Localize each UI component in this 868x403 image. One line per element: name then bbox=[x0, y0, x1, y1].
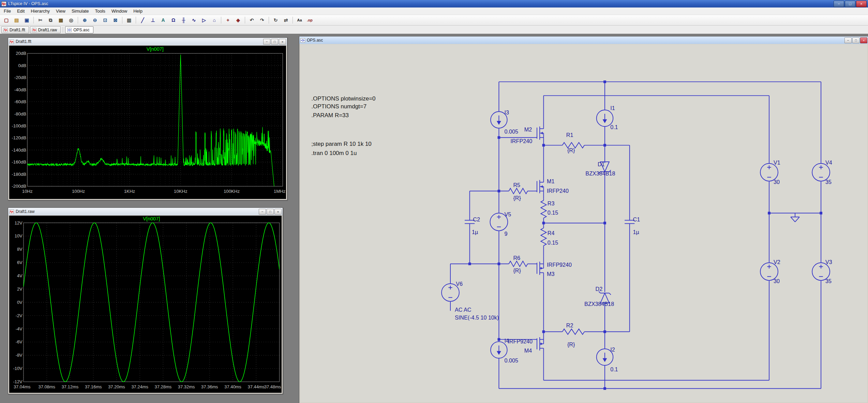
fft-chart[interactable]: 20dB0dB-20dB-40dB-60dB-80dB-100dB-120dB-… bbox=[9, 46, 286, 199]
fft-y-tick: 20dB bbox=[16, 51, 26, 56]
rotate-button[interactable]: ↻ bbox=[271, 16, 281, 25]
schematic-close-button[interactable]: × bbox=[860, 37, 867, 43]
toolbar-separator bbox=[293, 17, 293, 24]
spice-directive[interactable]: .OPTIONS plotwinsize=0 bbox=[311, 95, 375, 102]
minimize-button[interactable]: − bbox=[834, 1, 844, 7]
menu-window[interactable]: Window bbox=[108, 8, 130, 14]
print-button[interactable]: ▥ bbox=[124, 16, 134, 25]
component-label: IRFP9240 bbox=[547, 262, 572, 268]
diode-button[interactable]: ▷ bbox=[199, 16, 209, 25]
component-label: 0.005 bbox=[505, 357, 518, 363]
plot-tab-icon bbox=[3, 28, 8, 32]
menu-simulate[interactable]: Simulate bbox=[69, 8, 92, 14]
menu-file[interactable]: File bbox=[1, 8, 14, 14]
undo-button[interactable]: ↶ bbox=[247, 16, 257, 25]
schematic-drawing[interactable]: I30.005I10.1M2IRFP240R1{R}D1BZX384B18M1I… bbox=[300, 44, 867, 402]
component-label: M1 bbox=[547, 178, 554, 184]
fft-window-title: Draft1.fft bbox=[16, 39, 31, 44]
transient-chart[interactable]: 12V10V8V6V4V2V0V-2V-4V-6V-8V-10V-12V37.0… bbox=[9, 216, 282, 393]
fft-trace bbox=[27, 55, 283, 193]
fft-plot-area[interactable]: 20dB0dB-20dB-40dB-60dB-80dB-100dB-120dB-… bbox=[9, 46, 286, 199]
raw-window-titlebar[interactable]: Draft1.raw − □ × bbox=[8, 208, 283, 215]
fft-plot-window: Draft1.fft − □ × 20dB0dB-20dB-40dB-60dB-… bbox=[8, 37, 287, 200]
component-button[interactable]: ⌂ bbox=[209, 16, 219, 25]
raw-minimize-button[interactable]: − bbox=[259, 209, 266, 215]
find-button[interactable]: ◎ bbox=[66, 16, 76, 25]
component-label: M3 bbox=[547, 271, 554, 277]
schematic-window-titlebar[interactable]: OPS.asc − □ × bbox=[299, 36, 868, 44]
transient-y-tick: -6V bbox=[16, 339, 23, 344]
toolbar-separator bbox=[33, 17, 34, 24]
inductor-button[interactable]: ∿ bbox=[189, 16, 199, 25]
menu-hierarchy[interactable]: Hierarchy bbox=[28, 8, 53, 14]
component-label: {R} bbox=[567, 147, 575, 153]
raw-maximize-button[interactable]: □ bbox=[267, 209, 274, 215]
fft-minimize-button[interactable]: − bbox=[263, 39, 270, 45]
fft-close-button[interactable]: × bbox=[279, 39, 286, 45]
transient-x-tick: 37.48ms bbox=[264, 384, 281, 389]
schematic-minimize-button[interactable]: − bbox=[844, 37, 852, 43]
component-label: M2 bbox=[524, 126, 532, 133]
zoom-full-button[interactable]: ⊡ bbox=[100, 16, 110, 25]
transient-plot-area[interactable]: 12V10V8V6V4V2V0V-2V-4V-6V-8V-10V-12V37.0… bbox=[9, 216, 282, 393]
window-controls: − □ × bbox=[834, 1, 867, 7]
copy-button[interactable]: ⧉ bbox=[46, 16, 56, 25]
wire-button[interactable]: ╱ bbox=[138, 16, 148, 25]
transient-plot-window: Draft1.raw − □ × 12V10V8V6V4V2V0V-2V-4V-… bbox=[8, 207, 283, 394]
capacitor-button[interactable]: ╫ bbox=[179, 16, 189, 25]
component-label: V5 bbox=[505, 211, 511, 217]
drag-button[interactable]: ◈ bbox=[233, 16, 243, 25]
toolbar: ▢▤▣✂⧉▦◎⊕⊖⊡⊠▥╱⊥AΩ╫∿▷⌂+◈↶↷↻⇄Aa.op bbox=[0, 15, 868, 26]
zoom-in-button[interactable]: ⊕ bbox=[80, 16, 90, 25]
component-label: R6 bbox=[513, 255, 520, 261]
text-button[interactable]: Aa bbox=[295, 16, 304, 25]
new-schematic-button[interactable]: ▢ bbox=[1, 16, 11, 25]
component-label: V4 bbox=[825, 159, 832, 166]
spice-directive[interactable]: .tran 0 100m 0 1u bbox=[311, 150, 357, 156]
ground-button[interactable]: ⊥ bbox=[148, 16, 158, 25]
menu-edit[interactable]: Edit bbox=[14, 8, 28, 14]
tab-bar: Draft1.fft Draft1.raw OPS.asc bbox=[0, 26, 868, 34]
open-file-button[interactable]: ▤ bbox=[12, 16, 21, 25]
spice-directive[interactable]: .PARAM R=33 bbox=[311, 112, 349, 119]
save-button[interactable]: ▣ bbox=[22, 16, 32, 25]
maximize-button[interactable]: □ bbox=[845, 1, 855, 7]
tab-draft1-raw[interactable]: Draft1.raw bbox=[30, 26, 61, 33]
component-label: IRFP9240 bbox=[508, 338, 533, 344]
menu-bar: File Edit Hierarchy View Simulate Tools … bbox=[0, 7, 868, 15]
transient-y-tick: -10V bbox=[13, 366, 23, 371]
menu-tools[interactable]: Tools bbox=[92, 8, 108, 14]
spice-directive[interactable]: ;step param R 10 1k 10 bbox=[311, 141, 371, 147]
resistor-button[interactable]: Ω bbox=[168, 16, 178, 25]
tab-draft1-fft[interactable]: Draft1.fft bbox=[1, 26, 29, 33]
paste-button[interactable]: ▦ bbox=[56, 16, 66, 25]
transient-trace-label[interactable]: V[n007] bbox=[143, 216, 160, 221]
spice-directive[interactable]: .OPTIONS numdgt=7 bbox=[311, 103, 366, 110]
move-button[interactable]: + bbox=[223, 16, 233, 25]
cut-button[interactable]: ✂ bbox=[35, 16, 45, 25]
schematic-canvas[interactable]: I30.005I10.1M2IRFP240R1{R}D1BZX384B18M1I… bbox=[300, 44, 867, 402]
component-label: AC AC bbox=[455, 307, 472, 313]
mirror-button[interactable]: ⇄ bbox=[281, 16, 291, 25]
fft-window-titlebar[interactable]: Draft1.fft − □ × bbox=[8, 38, 287, 45]
schematic-maximize-button[interactable]: □ bbox=[852, 37, 859, 43]
fft-maximize-button[interactable]: □ bbox=[271, 39, 278, 45]
component-label: 0.1 bbox=[610, 366, 618, 372]
main-titlebar[interactable]: LTspice IV - OPS.asc − □ × bbox=[0, 0, 868, 7]
fft-window-controls: − □ × bbox=[263, 39, 286, 45]
spice-directive-button[interactable]: .op bbox=[305, 16, 315, 25]
zoom-out-button[interactable]: ⊖ bbox=[90, 16, 100, 25]
schematic-symbols bbox=[442, 110, 830, 366]
close-button[interactable]: × bbox=[856, 1, 867, 7]
component-label: C2 bbox=[473, 216, 480, 222]
raw-close-button[interactable]: × bbox=[274, 209, 282, 215]
redo-button[interactable]: ↷ bbox=[257, 16, 267, 25]
transient-y-tick: 6V bbox=[17, 260, 23, 265]
tab-ops-asc[interactable]: OPS.asc bbox=[65, 26, 93, 33]
fft-trace-label[interactable]: V[n007] bbox=[147, 46, 164, 52]
tab-separator bbox=[63, 27, 63, 33]
menu-help[interactable]: Help bbox=[130, 8, 146, 14]
menu-view[interactable]: View bbox=[53, 8, 69, 14]
zoom-area-button[interactable]: ⊠ bbox=[110, 16, 120, 25]
net-label-button[interactable]: A bbox=[158, 16, 168, 25]
